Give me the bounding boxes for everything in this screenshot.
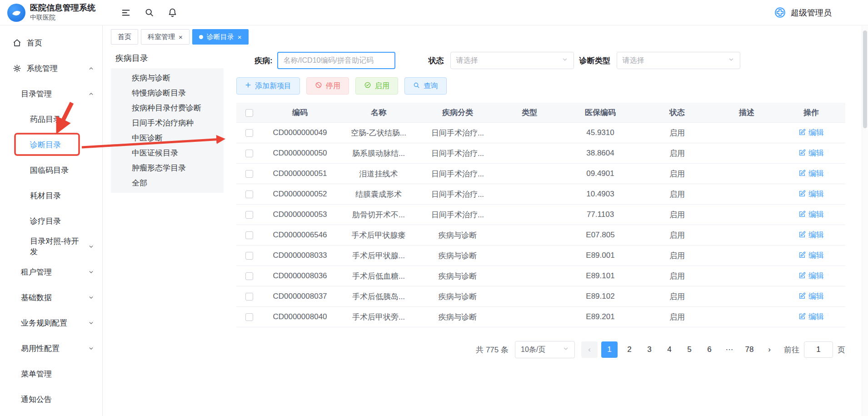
diagnosis-type-select-placeholder: 请选择 — [623, 56, 644, 65]
tab-diagnosis-catalog[interactable]: 诊断目录 × — [192, 29, 249, 45]
page-button[interactable]: 4 — [661, 341, 678, 358]
cell-insurance-code: 45.9310 — [563, 128, 638, 137]
catalog-item[interactable]: 中医诊断 — [111, 130, 224, 145]
next-page-button[interactable]: › — [761, 341, 778, 358]
check-circle-icon — [364, 81, 371, 90]
catalog-item[interactable]: 中医证候目录 — [111, 145, 224, 160]
chevron-down-icon — [88, 346, 94, 351]
goto-page-input[interactable] — [804, 341, 833, 358]
page-size-select[interactable]: 10条/页 — [515, 341, 575, 358]
pager-ellipsis[interactable]: ··· — [721, 341, 738, 358]
tab-department-management[interactable]: 科室管理 × — [141, 29, 190, 45]
table-row: CD0000000050 肠系膜动脉结... 日间手术治疗... 38.8604… — [236, 143, 845, 164]
status-filter-label: 状态 — [429, 55, 444, 66]
sidebar-item-treatment-catalog[interactable]: 诊疗目录 — [0, 208, 102, 234]
sidebar-item-home[interactable]: 首页 — [0, 30, 102, 55]
tab-close-icon[interactable]: × — [238, 34, 242, 40]
scrollbar-thumb[interactable] — [863, 30, 867, 128]
row-checkbox[interactable] — [245, 129, 253, 137]
row-checkbox[interactable] — [245, 272, 253, 280]
table-row: CD0000000053 肋骨切开术不... 日间手术治疗... 77.1103… — [236, 205, 845, 225]
sidebar-item-consumables-catalog[interactable]: 耗材目录 — [0, 183, 102, 208]
sidebar-item-basic-data[interactable]: 基础数据 — [0, 285, 102, 310]
cell-code: CD0000008037 — [262, 292, 338, 301]
sidebar-item-notice[interactable]: 通知公告 — [0, 386, 102, 412]
cell-status: 启用 — [638, 230, 716, 241]
plus-icon — [245, 82, 251, 90]
page-button[interactable]: 5 — [681, 341, 698, 358]
edit-button[interactable]: 编辑 — [798, 127, 824, 138]
row-checkbox[interactable] — [245, 252, 253, 260]
table-row: CD0000000049 空肠-乙状结肠... 日间手术治疗... 45.931… — [236, 123, 845, 143]
tab-close-icon[interactable]: × — [179, 34, 183, 40]
search-icon[interactable] — [145, 8, 154, 17]
cell-name: 手术后低胰岛... — [338, 291, 419, 302]
page-button[interactable]: 78 — [741, 341, 758, 358]
row-checkbox[interactable] — [245, 231, 253, 239]
select-all-checkbox[interactable] — [245, 109, 253, 117]
row-checkbox[interactable] — [245, 293, 253, 301]
menu-collapse-icon[interactable] — [121, 8, 131, 18]
edit-button[interactable]: 编辑 — [798, 148, 824, 158]
query-button[interactable]: 查询 — [404, 77, 447, 95]
edit-button[interactable]: 编辑 — [798, 189, 824, 199]
page-button[interactable]: 2 — [621, 341, 638, 358]
status-select-placeholder: 请选择 — [456, 56, 478, 65]
edit-button[interactable]: 编辑 — [798, 250, 824, 261]
catalog-item[interactable]: 特慢病诊断目录 — [111, 85, 224, 100]
cell-name: 泪道挂线术 — [338, 169, 419, 179]
page-button[interactable]: 6 — [701, 341, 718, 358]
page-button[interactable]: 3 — [641, 341, 658, 358]
status-select[interactable]: 请选择 — [450, 52, 574, 69]
disease-catalog-panel: 疾病目录 疾病与诊断 特慢病诊断目录 按病种目录付费诊断 日间手术治疗病种 中医… — [103, 51, 224, 358]
disable-button[interactable]: 停用 — [306, 77, 349, 95]
sidebar-item-label: 业务规则配置 — [21, 318, 67, 328]
catalog-item[interactable]: 按病种目录付费诊断 — [111, 100, 224, 115]
user-name: 超级管理员 — [791, 7, 832, 18]
user-block[interactable]: 超级管理员 — [774, 6, 868, 19]
diagnosis-type-select[interactable]: 请选择 — [617, 52, 740, 69]
scrollbar-track[interactable] — [862, 26, 868, 416]
sidebar-item-national-code-catalog[interactable]: 国临码目录 — [0, 157, 102, 183]
sidebar-item-tenant-management[interactable]: 租户管理 — [0, 259, 102, 285]
sidebar-item-label: 耗材目录 — [30, 190, 61, 201]
page-button[interactable]: 1 — [601, 341, 618, 358]
sidebar-item-catalog-management[interactable]: 目录管理 — [0, 81, 102, 106]
edit-button[interactable]: 编辑 — [798, 230, 824, 240]
catalog-item[interactable]: 全部 — [111, 175, 224, 190]
sidebar-item-drug-catalog[interactable]: 药品目录 — [0, 106, 102, 132]
sidebar-item-catalog-mapping[interactable]: 目录对照-待开发 — [0, 234, 102, 259]
row-checkbox[interactable] — [245, 170, 253, 178]
header-description: 描述 — [716, 107, 777, 118]
tab-home[interactable]: 首页 — [111, 29, 138, 45]
catalog-item[interactable]: 疾病与诊断 — [111, 70, 224, 85]
sidebar-item-menu-management[interactable]: 菜单管理 — [0, 361, 102, 386]
sidebar-item-business-rules[interactable]: 业务规则配置 — [0, 310, 102, 336]
cell-category: 疾病与诊断 — [419, 251, 496, 261]
catalog-item[interactable]: 日间手术治疗病种 — [111, 115, 224, 130]
sidebar-item-system-management[interactable]: 系统管理 — [0, 55, 102, 81]
disease-search-input[interactable] — [277, 52, 395, 69]
catalog-list: 疾病与诊断 特慢病诊断目录 按病种目录付费诊断 日间手术治疗病种 中医诊断 中医… — [111, 68, 224, 193]
edit-button[interactable]: 编辑 — [798, 311, 824, 322]
catalog-item[interactable]: 肿瘤形态学目录 — [111, 160, 224, 175]
gear-icon — [13, 64, 21, 73]
row-checkbox[interactable] — [245, 211, 253, 219]
row-checkbox[interactable] — [245, 313, 253, 321]
add-item-button[interactable]: 添加新项目 — [236, 77, 300, 95]
prev-page-button[interactable]: ‹ — [581, 341, 598, 358]
enable-button[interactable]: 启用 — [355, 77, 398, 95]
edit-button[interactable]: 编辑 — [798, 168, 824, 179]
row-checkbox[interactable] — [245, 190, 253, 198]
edit-button[interactable]: 编辑 — [798, 291, 824, 301]
notification-bell-icon[interactable] — [168, 8, 177, 17]
sidebar: 首页 系统管理 目录管理 药品目录 诊断目录 国临码目录 耗材目录 — [0, 25, 103, 416]
cell-category: 疾病与诊断 — [419, 230, 496, 241]
sidebar-item-usability-config[interactable]: 易用性配置 — [0, 336, 102, 361]
edit-button[interactable]: 编辑 — [798, 271, 824, 281]
sidebar-item-diagnosis-catalog[interactable]: 诊断目录 — [0, 132, 102, 157]
cell-insurance-code: 38.8604 — [563, 149, 638, 158]
row-checkbox[interactable] — [245, 150, 253, 157]
disable-label: 停用 — [326, 81, 340, 91]
edit-button[interactable]: 编辑 — [798, 209, 824, 220]
